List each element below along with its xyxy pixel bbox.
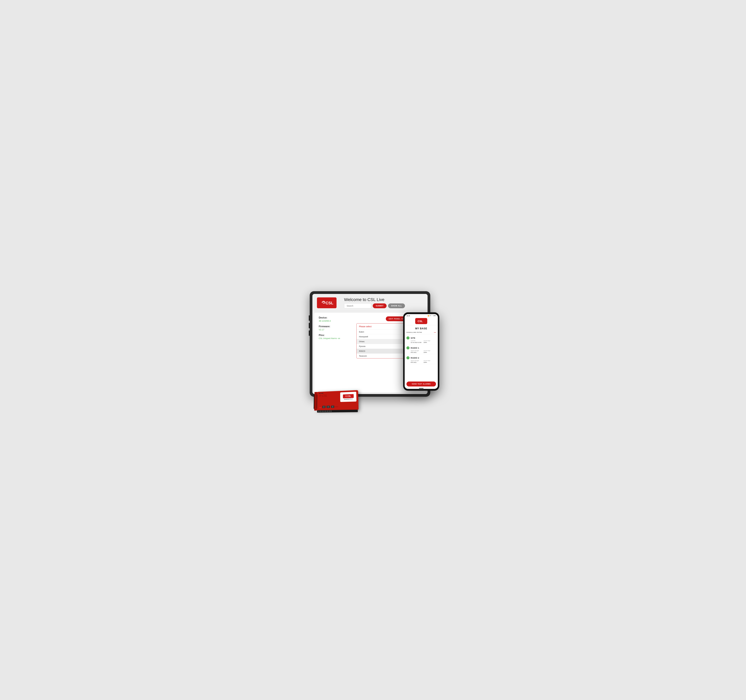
signal-item-header: ✓ SITE (406, 336, 436, 339)
page-title: Welcome to CSL Live (344, 297, 423, 302)
device-value: 36-123456-4 (319, 320, 352, 322)
firmware-label: Firmware: (319, 325, 352, 328)
device-product-name: GradeShift Pro 2 (344, 398, 352, 400)
svg-text:CSL: CSL (325, 301, 333, 305)
strength-label: Signal Strength (411, 350, 423, 351)
pins-value: CSL Untyped Alarms -ve (319, 337, 352, 339)
signal-details-radio2: Signal Strength Last 30 days 8/10 (4G) 1… (406, 360, 436, 363)
poll-label: Last Poll (411, 340, 423, 342)
phone-home-indicator (405, 387, 438, 389)
device-left-face (314, 392, 317, 411)
show-all-button[interactable]: SHOW ALL (388, 303, 405, 308)
phone-time: 16:15 (406, 315, 410, 316)
phone-screen: 16:15 📶 ☀････ 100% CSL MY BASE SIGNAL (405, 314, 438, 389)
device-label-card: ⚲ CSL GradeShift Pro 2 (340, 392, 356, 402)
strength-value: 8/10 (4G) (411, 361, 423, 363)
signal-item-radio2: ✓ RADIO 2 Signal Strength Last 30 days 8… (406, 355, 436, 364)
status-check-radio1: ✓ (406, 346, 409, 349)
phone: 16:15 📶 ☀････ 100% CSL MY BASE SIGNAL (403, 312, 439, 391)
csl-logo-phone: CSL (415, 318, 427, 324)
device-leds (319, 393, 323, 394)
signal-name-radio2: RADIO 2 (411, 357, 419, 359)
days30-label: Last 30 days (424, 360, 436, 361)
phone-footer: SEND TEST ALARMS (405, 380, 438, 387)
wifi-icon: 📶 (428, 315, 429, 316)
tablet-title-area: Welcome to CSL Live SUBMIT SHOW ALL (343, 297, 423, 309)
home-bar[interactable] (419, 388, 424, 388)
submit-button[interactable]: SUBMIT (373, 303, 387, 308)
scene: CSL Welcome to CSL Live SUBMIT SHOW ALL … (305, 285, 441, 415)
phone-body: MY BASE SIGNALLING PATHS ― ✓ SITE Last P… (405, 325, 438, 380)
device-info-panel: Device: 36-123456-4 Firmware: V2.17 Pins… (319, 316, 352, 388)
signal-details-radio1: Signal Strength Last 30 days 9/10 (4G) 1… (406, 350, 436, 353)
svg-text:CSL: CSL (418, 320, 423, 323)
signal-item-radio1: ✓ RADIO 1 Signal Strength Last 30 days 9… (406, 345, 436, 354)
days30-label: Last 30 days (424, 340, 436, 342)
signal-item-header: ✓ RADIO 1 (406, 346, 436, 349)
days30-value: 100% (424, 342, 436, 343)
signal-name-site: SITE (411, 337, 415, 339)
hardware-device: ⚲ CSL ⚲ CSL GradeShift Pro 2 ● (307, 381, 364, 412)
phone-header: CSL (405, 317, 438, 325)
menu-icon[interactable]: ― (434, 331, 436, 334)
device-brand-text: ⚲ CSL (319, 394, 327, 397)
status-check-radio2: ✓ (406, 356, 409, 359)
pins-label: Pins: (319, 334, 352, 337)
days30-label: Last 30 days (424, 350, 436, 351)
signal-item-site: ✓ SITE Last Poll Last 30 days 22-10-2019… (406, 336, 436, 344)
strength-value: 9/10 (4G) (411, 352, 423, 353)
phone-status-bar: 16:15 📶 ☀････ 100% (405, 314, 438, 317)
days30-value: 100% (424, 352, 436, 353)
tablet-vol-btn-3[interactable] (309, 330, 310, 336)
signalling-label: SIGNALLING PATHS (406, 332, 422, 333)
device-card-logo: ⚲ CSL (346, 395, 351, 397)
send-test-alarms-button[interactable]: SEND TEST ALARMS (406, 381, 436, 387)
device-label: Device: (319, 316, 352, 319)
device-dip-switches: 1 2 3 (319, 405, 334, 408)
signal-item-header: ✓ RADIO 2 (406, 356, 436, 359)
signal-details-site: Last Poll Last 30 days 22-10-2019 10:58 … (406, 340, 436, 343)
search-input[interactable] (344, 303, 371, 309)
signal-name-radio1: RADIO 1 (411, 347, 419, 349)
dropdown-selected-value: Please select (359, 325, 371, 328)
phone-signal-area: 📶 ☀････ 100% (428, 315, 436, 316)
poll-value: 22-10-2019 10:58 (411, 342, 423, 343)
tablet-header: CSL Welcome to CSL Live SUBMIT SHOW ALL (313, 294, 427, 311)
strength-label: Signal Strength (411, 360, 423, 361)
my-base-title: MY BASE (406, 327, 436, 330)
tablet-vol-btn-2[interactable] (309, 323, 310, 328)
tablet-vol-btn-1[interactable] (309, 315, 310, 321)
signal-text: ☀････ 100% (430, 315, 436, 316)
status-check-site: ✓ (406, 336, 409, 339)
csl-logo-tablet: CSL (317, 297, 337, 308)
device-bottom-connectors (317, 410, 358, 413)
days30-value: 100% (424, 361, 436, 363)
signalling-header: SIGNALLING PATHS ― (406, 331, 436, 334)
search-area: SUBMIT SHOW ALL (344, 303, 423, 309)
firmware-value: V2.17 (319, 328, 352, 331)
